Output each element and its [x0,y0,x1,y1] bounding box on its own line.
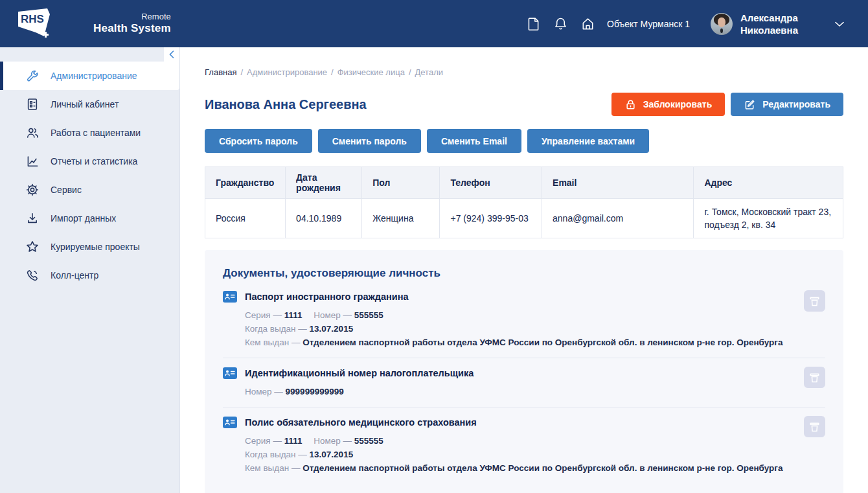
sidebar-item-label: Отчеты и статистика [51,156,137,166]
trash-icon [809,372,820,384]
wrench-icon [25,68,40,84]
user-menu-chevron-down-icon[interactable] [834,21,845,27]
column-header-phone: Телефон [440,167,542,199]
document-field-line: Серия — 1111 Номер — 555555 [245,434,788,448]
id-document-icon [223,291,237,303]
sidebar-item-label: Импорт данных [51,213,116,224]
sidebar: Администрирование Личный кабинет [0,47,180,493]
user-first-name: Александра [740,12,798,24]
breadcrumb-administration[interactable]: Администрирование [247,67,327,77]
id-document-icon [223,417,237,428]
user-name[interactable]: Александра Николаевна [740,12,798,36]
column-header-citizenship: Гражданство [205,167,286,199]
column-header-address: Адрес [694,167,843,199]
brand-bottom-text: Health System [93,22,171,35]
change-email-button[interactable]: Сменить Email [427,129,521,153]
column-header-email: Email [542,167,694,199]
user-last-name: Николаевна [740,24,798,36]
block-button[interactable]: Заблокировать [611,93,725,116]
cell-birthdate: 04.10.1989 [286,199,362,238]
main-content: Главная/Администрирование/Физические лиц… [180,47,868,493]
edit-pencil-icon [744,98,756,111]
sidebar-item-curated-projects[interactable]: Курируемые проекты [0,233,179,261]
documents-section-title: Документы, удостоверяющие личность [223,267,825,280]
user-avatar[interactable] [711,13,733,35]
divider [223,407,825,407]
current-object-label[interactable]: Объект Мурманск 1 [607,19,690,29]
sidebar-item-label: Личный кабинет [51,99,119,109]
sidebar-item-label: Сервис [51,185,82,195]
block-button-label: Заблокировать [643,99,713,109]
sidebar-item-administration[interactable]: Администрирование [0,62,179,90]
sidebar-top-strip [0,47,179,62]
app-header: RHS Remote Health System Объект Мурманс [0,0,868,47]
sidebar-item-data-import[interactable]: Импорт данных [0,204,179,233]
breadcrumb-details: Детали [415,67,444,77]
sidebar-item-label: Администрирование [51,71,137,81]
chart-line-icon [25,154,40,169]
column-header-birthdate: Дата рождения [286,167,362,199]
sidebar-item-label: Курируемые проекты [51,242,140,252]
document-field-line: Серия — 1111 Номер — 555555 [245,308,788,322]
table-row: Россия 04.10.1989 Женщина +7 (924) 399-9… [205,199,843,238]
svg-text:RHS: RHS [21,13,44,25]
divider [223,358,825,358]
change-password-button[interactable]: Сменить пароль [318,129,421,153]
document-item-taxpayer-number: Идентификационный номер налогоплательщик… [223,367,825,398]
cell-citizenship: Россия [205,199,286,238]
sidebar-item-reports[interactable]: Отчеты и статистика [0,147,179,176]
breadcrumb: Главная/Администрирование/Физические лиц… [205,67,843,77]
sidebar-item-label: Колл-центр [51,270,98,281]
document-item-foreign-passport: Паспорт иностранного гражданина Серия — … [223,290,825,349]
delete-document-button[interactable] [804,290,825,312]
column-header-sex: Пол [362,167,440,199]
document-field-line: Когда выдан — 13.07.2015 [245,322,788,336]
rhs-logo-icon: RHS [16,6,53,41]
phone-icon [25,268,40,283]
cell-address: г. Томск, Московский тракт 23, подъезд 2… [694,199,843,238]
patients-people-icon [25,125,40,141]
delete-document-button[interactable] [804,416,825,437]
id-document-icon [223,367,237,379]
download-icon [25,211,40,226]
identity-documents-section: Документы, удостоверяющие личность Паспо… [205,250,843,493]
star-icon [25,239,40,255]
chevron-left-icon [169,51,174,58]
reset-password-button[interactable]: Сбросить пароль [205,129,312,153]
sidebar-item-personal-cabinet[interactable]: Личный кабинет [0,90,179,119]
edit-button[interactable]: Редактировать [731,93,843,116]
lock-icon [624,98,637,111]
person-info-table: Гражданство Дата рождения Пол Телефон Em… [205,166,843,238]
cell-sex: Женщина [362,199,440,238]
gear-icon [25,182,40,198]
document-title: Паспорт иностранного гражданина [245,290,788,303]
trash-icon [809,295,820,307]
trash-icon [809,421,820,433]
sidebar-item-label: Работа с пациентами [51,128,141,138]
document-field-line: Когда выдан — 13.07.2015 [245,448,788,461]
home-icon[interactable] [580,16,595,32]
sidebar-item-patients[interactable]: Работа с пациентами [0,119,179,147]
edit-button-label: Редактировать [762,99,830,109]
delete-document-button[interactable] [804,367,825,388]
brand-top-text: Remote [93,12,171,22]
document-field-line: Кем выдан — Отделением паспортной работы… [245,461,788,475]
document-title: Идентификационный номер налогоплательщик… [245,367,788,380]
document-field-line: Кем выдан — Отделением паспортной работы… [245,336,788,349]
breadcrumb-home[interactable]: Главная [205,67,236,77]
breadcrumb-individuals[interactable]: Физические лица [337,67,405,77]
cell-email: anna@gmail.com [542,199,694,238]
shift-management-button[interactable]: Управление вахтами [527,129,649,153]
sidebar-item-service[interactable]: Сервис [0,176,179,204]
document-field-line: Номер — 999999999999 [245,385,788,398]
id-card-list-icon [25,97,40,112]
sidebar-collapse-button[interactable] [164,47,179,62]
document-title: Полис обязательного медицинского страхов… [245,416,788,429]
sidebar-item-call-center[interactable]: Колл-центр [0,261,179,290]
cell-phone: +7 (924) 399-95-03 [440,199,542,238]
notifications-bell-icon[interactable] [553,16,568,32]
document-item-medical-insurance-policy: Полис обязательного медицинского страхов… [223,416,825,475]
page-title: Иванова Анна Сергеевна [205,97,367,112]
documents-icon[interactable] [525,16,541,32]
brand-name: Remote Health System [93,12,171,34]
